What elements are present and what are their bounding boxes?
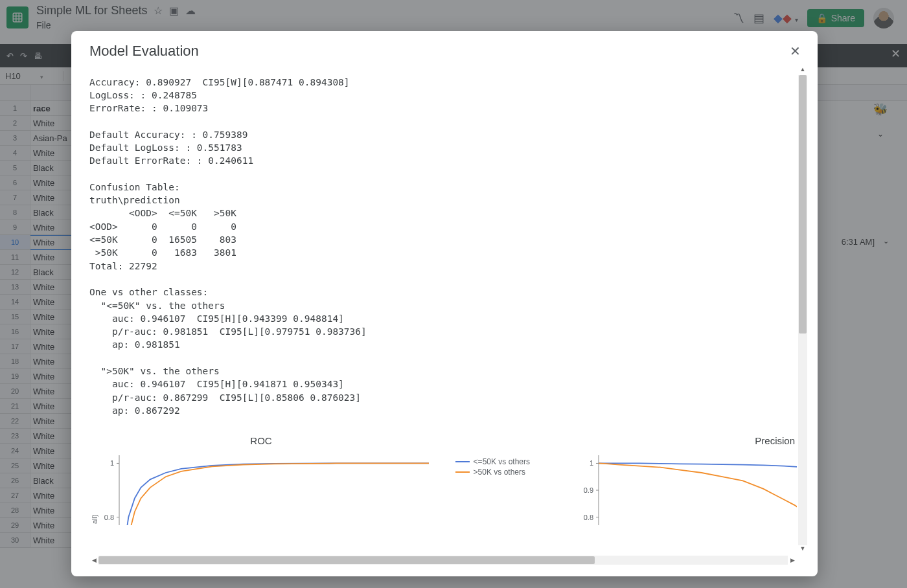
- chart-legend: <=50K vs others >50K vs others: [455, 457, 530, 478]
- svg-text:all): all): [91, 515, 98, 525]
- pr-chart-svg: 0.80.91: [569, 451, 797, 529]
- scroll-left-icon[interactable]: ◀: [89, 556, 98, 565]
- scroll-down-icon[interactable]: ▼: [798, 545, 807, 554]
- chart-title: Precision R: [569, 435, 797, 446]
- dialog-title: Model Evaluation: [89, 43, 199, 60]
- roc-chart: ROC 0.81all) <=50K vs others >50K vs oth…: [89, 435, 433, 529]
- chart-title: ROC: [89, 435, 433, 446]
- horizontal-scrollbar-thumb[interactable]: [98, 556, 595, 564]
- horizontal-scrollbar[interactable]: ◀ ▶: [89, 556, 797, 565]
- close-icon[interactable]: ✕: [790, 43, 801, 59]
- svg-text:0.8: 0.8: [584, 514, 593, 521]
- scroll-right-icon[interactable]: ▶: [788, 556, 797, 565]
- vertical-scrollbar[interactable]: ▲ ▼: [798, 66, 807, 554]
- svg-text:1: 1: [590, 460, 593, 468]
- roc-chart-svg: 0.81all): [89, 451, 433, 529]
- svg-text:0.8: 0.8: [104, 514, 114, 521]
- svg-text:0.9: 0.9: [584, 486, 593, 494]
- metrics-text: Accuracy: 0.890927 CI95[W][0.887471 0.89…: [89, 76, 797, 418]
- model-evaluation-dialog: Model Evaluation ✕ Accuracy: 0.890927 CI…: [71, 31, 818, 576]
- pr-chart: Precision R 0.80.91: [569, 435, 797, 529]
- svg-text:1: 1: [110, 460, 114, 468]
- scroll-up-icon[interactable]: ▲: [798, 66, 807, 75]
- dialog-content: Accuracy: 0.890927 CI95[W][0.887471 0.89…: [89, 66, 797, 554]
- vertical-scrollbar-thumb[interactable]: [799, 75, 807, 334]
